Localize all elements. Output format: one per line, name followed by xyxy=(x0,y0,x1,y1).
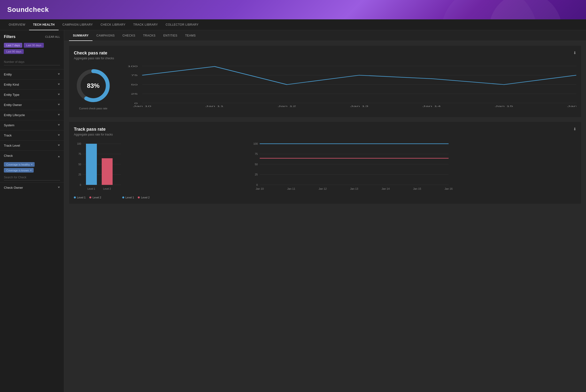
tab-teams[interactable]: TEAMS xyxy=(181,30,200,41)
filter-tag-7days[interactable]: Last 7 days xyxy=(4,43,22,48)
svg-text:Jan 16: Jan 16 xyxy=(567,105,576,108)
svg-rect-30 xyxy=(102,158,113,185)
tab-summary[interactable]: SUMMARY xyxy=(69,30,93,41)
svg-text:Jan 15: Jan 15 xyxy=(495,105,513,108)
sub-tabs: SUMMARY CAMPAIGNS CHECKS TRACKS ENTITIES… xyxy=(64,30,586,41)
filter-entity-owner[interactable]: Entity Owner xyxy=(0,100,64,110)
check-search-input[interactable] xyxy=(4,174,60,180)
tab-checks[interactable]: CHECKS xyxy=(119,30,139,41)
legend-line-dot-level1 xyxy=(122,196,124,198)
time-filter-tags: Last 7 days Last 30 days Last 90 days xyxy=(0,42,64,57)
page-layout: Filters CLEAR ALL Last 7 days Last 30 da… xyxy=(0,30,586,392)
filter-track-level-label: Track Level xyxy=(4,144,20,147)
bar-chart-legend: Level 1 Level 2 xyxy=(74,196,118,199)
check-line-chart: 100 75 50 25 0 Jan 10 Jan 11 Jan 12 Jan … xyxy=(120,64,576,112)
nav-overview[interactable]: OVERVIEW xyxy=(5,19,29,30)
filter-tag-30days[interactable]: Last 30 days xyxy=(24,43,44,48)
svg-text:Jan 14: Jan 14 xyxy=(422,105,441,108)
svg-text:Jan 13: Jan 13 xyxy=(350,105,369,108)
download-icon[interactable]: ⬇ xyxy=(573,50,576,55)
nav-collector-library[interactable]: COLLECTOR LIBRARY xyxy=(162,19,202,30)
check-filter-tags: Coverage is healthy × Coverage is known … xyxy=(0,161,64,174)
number-of-days-input[interactable] xyxy=(4,59,60,65)
legend-line-level2: Level 2 xyxy=(138,196,149,199)
legend-line-level2-label: Level 2 xyxy=(141,196,149,199)
nav-check-library[interactable]: CHECK LIBRARY xyxy=(97,19,129,30)
chevron-down-icon xyxy=(58,84,60,86)
legend-dot-level2 xyxy=(89,196,91,198)
svg-text:Level 1: Level 1 xyxy=(88,188,95,190)
legend-dot-level1 xyxy=(74,196,76,198)
svg-text:100: 100 xyxy=(77,142,81,145)
track-line-chart: 100 75 50 25 0 Jan 10 Jan 11 Jan 12 xyxy=(122,140,576,188)
svg-text:0: 0 xyxy=(80,184,81,186)
svg-rect-29 xyxy=(86,144,97,185)
check-tag-healthy-remove[interactable]: × xyxy=(31,163,33,166)
filter-system[interactable]: System xyxy=(0,120,64,130)
donut-percentage: 83% xyxy=(87,82,100,90)
chevron-down-icon xyxy=(58,187,60,188)
check-tag-known-remove[interactable]: × xyxy=(30,169,32,172)
donut-chart: 83% xyxy=(74,66,113,105)
chevron-down-icon xyxy=(58,74,60,75)
svg-text:75: 75 xyxy=(79,153,81,155)
donut-label: Current check pass rate xyxy=(74,107,113,110)
svg-text:0: 0 xyxy=(134,102,138,104)
tab-campaigns[interactable]: CAMPAIGNS xyxy=(93,30,119,41)
filter-track[interactable]: Track xyxy=(0,130,64,140)
chevron-down-icon xyxy=(58,104,60,106)
svg-text:50: 50 xyxy=(131,83,138,86)
svg-text:50: 50 xyxy=(255,163,258,166)
filter-check-owner[interactable]: Check Owner xyxy=(0,182,64,192)
check-tag-healthy[interactable]: Coverage is healthy × xyxy=(4,162,35,167)
legend-level2: Level 2 xyxy=(89,196,101,199)
legend-line-level1: Level 1 xyxy=(122,196,134,199)
chevron-up-icon xyxy=(58,155,60,156)
chevron-down-icon xyxy=(58,94,60,96)
download-icon-track[interactable]: ⬇ xyxy=(573,127,576,132)
donut-chart-wrapper: 83% Current check pass rate xyxy=(74,66,113,110)
line-chart-legend: Level 1 Level 2 xyxy=(122,196,576,199)
filter-entity[interactable]: Entity xyxy=(0,69,64,79)
filter-track-level[interactable]: Track Level xyxy=(0,140,64,150)
svg-text:25: 25 xyxy=(79,173,81,176)
sidebar-title: Filters xyxy=(4,34,16,39)
svg-text:Jan 15: Jan 15 xyxy=(413,187,421,190)
svg-text:75: 75 xyxy=(131,74,138,77)
nav-tech-health[interactable]: TECH HEALTH xyxy=(29,19,58,30)
nav-track-library[interactable]: TRACK LIBRARY xyxy=(129,19,162,30)
filter-entity-label: Entity xyxy=(4,72,12,76)
filter-entity-type[interactable]: Entity Type xyxy=(0,90,64,100)
svg-text:Jan 12: Jan 12 xyxy=(319,187,327,190)
filter-track-label: Track xyxy=(4,134,12,137)
filter-entity-kind[interactable]: Entity Kind xyxy=(0,79,64,90)
filter-tag-90days[interactable]: Last 90 days xyxy=(4,49,24,54)
svg-text:Level 2: Level 2 xyxy=(103,188,111,190)
svg-text:100: 100 xyxy=(253,142,258,145)
clear-all-button[interactable]: CLEAR ALL xyxy=(45,35,60,38)
filter-entity-lifecycle[interactable]: Entity Lifecycle xyxy=(0,110,64,120)
number-of-days-section xyxy=(0,57,64,69)
chevron-down-icon xyxy=(58,124,60,126)
filter-entity-type-label: Entity Type xyxy=(4,93,19,96)
chevron-down-icon xyxy=(58,145,60,146)
svg-text:Jan 10: Jan 10 xyxy=(133,105,151,108)
filter-check[interactable]: Check xyxy=(0,150,64,161)
check-pass-rate-subtitle: Aggregate pass rate for checks xyxy=(74,56,576,60)
svg-text:25: 25 xyxy=(131,92,138,95)
svg-text:Jan 12: Jan 12 xyxy=(278,105,296,108)
svg-text:Jan 11: Jan 11 xyxy=(205,105,224,108)
check-tag-known[interactable]: Coverage is known × xyxy=(4,168,34,172)
tab-tracks[interactable]: TRACKS xyxy=(139,30,160,41)
svg-text:Jan 16: Jan 16 xyxy=(445,187,453,190)
legend-line-level1-label: Level 1 xyxy=(126,196,134,199)
filter-check-owner-label: Check Owner xyxy=(4,186,23,190)
svg-text:Jan 10: Jan 10 xyxy=(256,187,264,190)
svg-text:Jan 11: Jan 11 xyxy=(287,187,295,190)
track-bar-chart: 100 75 50 25 0 Level 1 Level 2 xyxy=(74,140,118,199)
sidebar-header: Filters CLEAR ALL xyxy=(0,30,64,42)
nav-campaign-library[interactable]: CAMPAIGN LIBRARY xyxy=(59,19,97,30)
svg-text:50: 50 xyxy=(79,163,81,166)
main-nav: OVERVIEW TECH HEALTH CAMPAIGN LIBRARY CH… xyxy=(0,19,586,30)
tab-entities[interactable]: ENTITIES xyxy=(159,30,181,41)
